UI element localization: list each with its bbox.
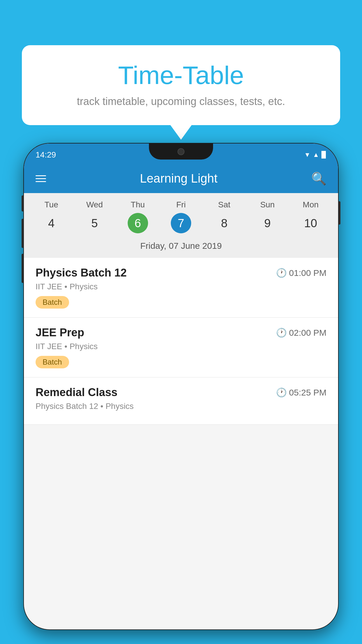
batch-badge-1: Batch <box>36 356 69 368</box>
batch-badge-0: Batch <box>36 296 69 309</box>
class-time-0: 🕐 01:00 PM <box>276 268 326 278</box>
class-name-2: Remedial Class <box>36 386 117 399</box>
class-time-2: 🕐 05:25 PM <box>276 387 326 398</box>
day-name-1: Wed <box>86 200 103 209</box>
day-name-0: Tue <box>45 200 58 209</box>
day-col-2[interactable]: Thu 6 <box>119 200 157 233</box>
class-subtitle-2: Physics Batch 12 • Physics <box>36 402 326 411</box>
day-name-6: Mon <box>303 200 319 209</box>
wifi-icon: ▼ <box>304 151 310 159</box>
menu-button[interactable] <box>36 175 46 182</box>
status-icons: ▼ ▲ ▉ <box>304 151 326 159</box>
app-bar: Learning Light 🔍 <box>24 164 338 193</box>
status-time: 14:29 <box>36 150 56 160</box>
calendar-strip: Tue 4 Wed 5 Thu 6 Fri <box>24 193 338 258</box>
day-name-2: Thu <box>131 200 145 209</box>
signal-icon: ▲ <box>313 151 319 159</box>
selected-date: Friday, 07 June 2019 <box>30 238 332 252</box>
phone-vol-up-button <box>22 219 24 248</box>
day-col-5[interactable]: Sun 9 <box>249 200 287 233</box>
phone-mute-button <box>22 195 24 211</box>
speech-bubble-title: Time-Table <box>39 61 323 90</box>
day-name-5: Sun <box>260 200 275 209</box>
speech-bubble-subtitle: track timetable, upcoming classes, tests… <box>39 95 323 108</box>
class-item-1[interactable]: JEE Prep 🕐 02:00 PM IIT JEE • Physics Ba… <box>24 318 338 377</box>
class-item-2[interactable]: Remedial Class 🕐 05:25 PM Physics Batch … <box>24 377 338 425</box>
class-name-0: Physics Batch 12 <box>36 267 127 279</box>
day-col-6[interactable]: Mon 10 <box>292 200 330 233</box>
clock-icon-0: 🕐 <box>276 268 287 278</box>
day-number-6: 10 <box>301 213 321 233</box>
classes-list: Physics Batch 12 🕐 01:00 PM IIT JEE • Ph… <box>24 258 338 425</box>
battery-icon: ▉ <box>321 151 326 159</box>
day-col-0[interactable]: Tue 4 <box>32 200 70 233</box>
phone-notch <box>149 144 213 160</box>
class-time-1: 🕐 02:00 PM <box>276 328 326 338</box>
class-subtitle-0: IIT JEE • Physics <box>36 282 326 291</box>
class-header-2: Remedial Class 🕐 05:25 PM <box>36 386 326 399</box>
phone-vol-down-button <box>22 254 24 283</box>
app-title: Learning Light <box>140 172 217 186</box>
day-number-1: 5 <box>84 213 105 233</box>
phone-camera <box>178 148 184 155</box>
class-header-1: JEE Prep 🕐 02:00 PM <box>36 326 326 339</box>
search-icon[interactable]: 🔍 <box>311 172 326 186</box>
phone-screen: 14:29 ▼ ▲ ▉ Learning Light 🔍 <box>24 144 338 629</box>
clock-icon-2: 🕐 <box>276 387 287 398</box>
day-number-0: 4 <box>41 213 61 233</box>
day-name-4: Sat <box>218 200 230 209</box>
phone-frame: 14:29 ▼ ▲ ▉ Learning Light 🔍 <box>23 143 339 630</box>
day-number-4: 8 <box>214 213 234 233</box>
class-item-0[interactable]: Physics Batch 12 🕐 01:00 PM IIT JEE • Ph… <box>24 258 338 318</box>
day-name-3: Fri <box>176 200 186 209</box>
class-subtitle-1: IIT JEE • Physics <box>36 342 326 351</box>
phone-container: 14:29 ▼ ▲ ▉ Learning Light 🔍 <box>23 143 339 644</box>
class-name-1: JEE Prep <box>36 326 84 339</box>
clock-icon-1: 🕐 <box>276 328 287 338</box>
class-header-0: Physics Batch 12 🕐 01:00 PM <box>36 267 326 279</box>
phone-power-button <box>338 201 340 225</box>
day-col-3[interactable]: Fri 7 <box>162 200 200 233</box>
day-col-1[interactable]: Wed 5 <box>75 200 113 233</box>
days-row: Tue 4 Wed 5 Thu 6 Fri <box>30 200 332 233</box>
speech-bubble: Time-Table track timetable, upcoming cla… <box>22 45 340 125</box>
day-number-2: 6 <box>128 213 148 233</box>
day-number-3: 7 <box>171 213 191 233</box>
day-number-5: 9 <box>257 213 278 233</box>
day-col-4[interactable]: Sat 8 <box>205 200 243 233</box>
